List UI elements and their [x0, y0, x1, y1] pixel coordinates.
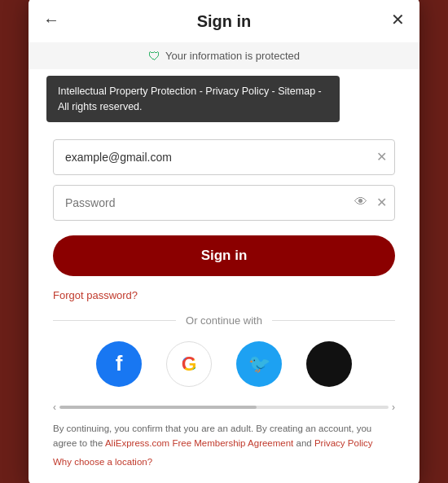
password-visibility-toggle[interactable]: 👁: [354, 195, 367, 209]
social-row: f G 🐦: [53, 341, 395, 387]
google-signin-button[interactable]: G: [166, 341, 212, 387]
shield-icon: 🛡: [148, 49, 160, 63]
back-button[interactable]: ←: [43, 11, 59, 28]
modal-title: Sign in: [197, 12, 252, 31]
email-input-group: ✕: [53, 139, 395, 173]
divider-text: Or continue with: [186, 314, 262, 327]
signin-button[interactable]: Sign in: [53, 235, 395, 276]
modal-header: ← Sign in ✕: [29, 0, 419, 42]
why-location-link[interactable]: Why choose a location?: [53, 454, 395, 469]
password-input-group: 👁 ✕: [53, 185, 395, 219]
tooltip-text: Intellectual Property Protection - Priva…: [58, 86, 322, 112]
scroll-right-arrow: ›: [392, 402, 395, 413]
modal-body: Intellectual Property Protection - Priva…: [29, 69, 419, 387]
divider-right: [272, 320, 395, 321]
privacy-link[interactable]: Privacy Policy: [314, 438, 373, 448]
tooltip-box: Intellectual Property Protection - Priva…: [46, 76, 340, 123]
divider-left: [53, 320, 176, 321]
scroll-track: [59, 406, 389, 409]
scroll-left-arrow: ‹: [53, 402, 56, 413]
email-clear-button[interactable]: ✕: [376, 148, 387, 164]
password-clear-button[interactable]: ✕: [376, 194, 387, 209]
facebook-signin-button[interactable]: f: [96, 341, 142, 387]
footer-and: and: [296, 438, 314, 448]
or-divider: Or continue with: [53, 314, 395, 327]
footer-text: By continuing, you confirm that you are …: [29, 421, 419, 469]
scroll-hint: ‹ ›: [53, 402, 395, 413]
email-input[interactable]: [53, 139, 395, 175]
close-button[interactable]: ✕: [391, 11, 405, 28]
google-icon: G: [182, 353, 197, 375]
signin-modal: ← Sign in ✕ 🛡 Your information is protec…: [29, 0, 419, 483]
info-bar: 🛡 Your information is protected: [29, 42, 419, 69]
forgot-password-link[interactable]: Forgot password?: [53, 289, 138, 301]
password-input[interactable]: [53, 185, 395, 221]
twitter-signin-button[interactable]: 🐦: [236, 341, 282, 387]
info-text: Your information is protected: [165, 50, 300, 62]
apple-signin-button[interactable]: [306, 341, 352, 387]
twitter-icon: 🐦: [248, 353, 270, 375]
scroll-thumb: [59, 406, 257, 409]
facebook-icon: f: [116, 351, 123, 376]
membership-link[interactable]: AliExpress.com Free Membership Agreement: [105, 438, 293, 448]
